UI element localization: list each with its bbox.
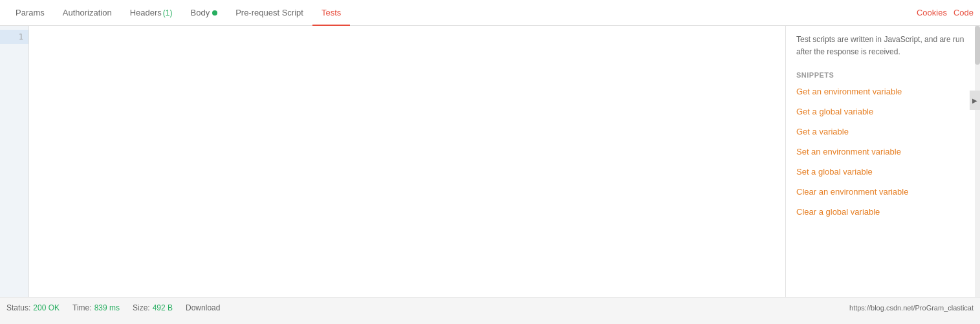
snippet-get-global-var[interactable]: Get a global variable xyxy=(796,107,970,116)
editor-area: 1 xyxy=(0,26,786,297)
help-text: Test scripts are written in JavaScript, … xyxy=(796,34,970,58)
status-url: https://blog.csdn.net/ProGram_clasticat xyxy=(849,304,974,312)
snippet-clear-global-var[interactable]: Clear a global variable xyxy=(796,207,970,217)
snippet-get-var[interactable]: Get a variable xyxy=(796,127,970,136)
code-link[interactable]: Code xyxy=(953,8,974,17)
time-item: Time: 839 ms xyxy=(72,303,120,312)
scrollbar-thumb[interactable] xyxy=(975,26,980,65)
body-dot xyxy=(212,10,217,16)
time-value: 839 ms xyxy=(94,303,120,312)
expand-arrow[interactable]: ▶ xyxy=(970,91,980,110)
snippet-clear-env-var[interactable]: Clear an environment variable xyxy=(796,187,970,197)
tab-authorization[interactable]: Authorization xyxy=(54,0,121,26)
main-content: 1 Test scripts are written in JavaScript… xyxy=(0,26,980,297)
scrollbar-track xyxy=(975,26,980,297)
size-value: 492 B xyxy=(153,303,173,312)
status-item: Status: 200 OK xyxy=(6,303,60,312)
status-value: 200 OK xyxy=(33,303,60,312)
snippet-set-global-var[interactable]: Set a global variable xyxy=(796,167,970,177)
line-number-1: 1 xyxy=(0,30,28,44)
line-numbers: 1 xyxy=(0,26,29,297)
download-label: Download xyxy=(186,303,220,312)
time-label: Time: xyxy=(72,303,92,312)
code-editor[interactable] xyxy=(29,26,785,297)
snippets-label: SNIPPETS xyxy=(796,71,970,79)
status-label: Status: xyxy=(6,303,30,312)
tab-body[interactable]: Body xyxy=(182,0,227,26)
size-item: Size: 492 B xyxy=(133,303,173,312)
download-item[interactable]: Download xyxy=(186,303,220,312)
snippet-set-env-var[interactable]: Set an environment variable xyxy=(796,147,970,157)
size-label: Size: xyxy=(133,303,150,312)
tabs-right-links: Cookies Code xyxy=(917,8,974,17)
headers-badge: (1) xyxy=(163,8,173,17)
tab-params[interactable]: Params xyxy=(6,0,54,26)
tab-headers[interactable]: Headers (1) xyxy=(121,0,182,26)
tabs-bar: Params Authorization Headers (1) Body Pr… xyxy=(0,0,980,26)
snippet-get-env-var[interactable]: Get an environment variable xyxy=(796,87,970,96)
tab-tests[interactable]: Tests xyxy=(312,0,350,26)
tab-pre-request-script[interactable]: Pre-request Script xyxy=(226,0,312,26)
status-bar: Status: 200 OK Time: 839 ms Size: 492 B … xyxy=(0,297,980,318)
right-panel: Test scripts are written in JavaScript, … xyxy=(786,26,980,297)
cookies-link[interactable]: Cookies xyxy=(917,8,947,17)
